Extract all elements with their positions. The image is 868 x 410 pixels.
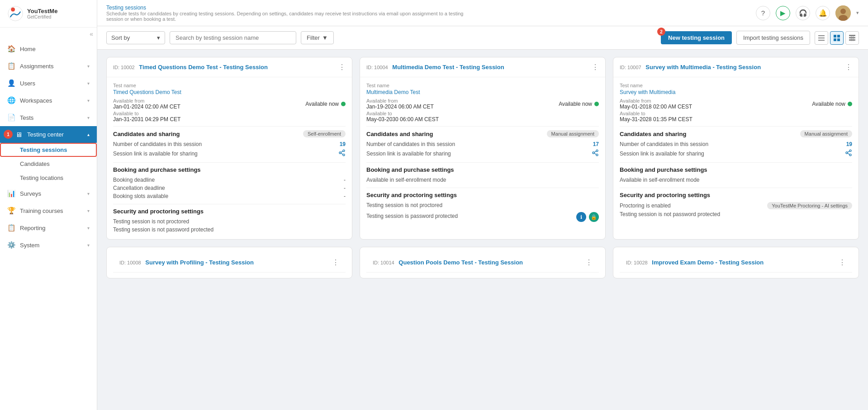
assignments-arrow: ▾: [87, 64, 90, 69]
collapse-button[interactable]: «: [90, 30, 93, 38]
assignments-icon: 📋: [7, 62, 15, 70]
bottom-card-2-title[interactable]: Question Pools Demo Test - Testing Sessi…: [398, 259, 523, 266]
bell-icon-button[interactable]: 🔔: [816, 6, 830, 20]
toolbar: Sort by ▾ Filter ▼ 2 New testing session…: [97, 26, 868, 50]
svg-point-22: [596, 150, 598, 151]
bottom-card-2-menu[interactable]: ⋮: [585, 258, 593, 267]
testing-session-card-2: ID: 10004 Multimedia Demo Test - Testing…: [360, 57, 606, 240]
avatar-dropdown[interactable]: ▾: [856, 10, 859, 16]
card-2-info-icon[interactable]: ℹ: [576, 212, 586, 222]
card-1-body: Test name Timed Questions Demo Test Avai…: [107, 77, 352, 239]
table-view-button[interactable]: [845, 31, 859, 45]
card-3-booking-note: Available in self-enrollment mode: [620, 176, 852, 184]
card-1-id: ID: 10002: [113, 65, 135, 70]
sidebar-item-testing-center[interactable]: 🖥 Testing center ▴: [0, 126, 97, 143]
grid-view-button[interactable]: [830, 31, 844, 45]
filter-button[interactable]: Filter ▼: [301, 31, 334, 44]
help-icon-button[interactable]: ?: [756, 6, 770, 20]
search-input[interactable]: [170, 31, 296, 44]
workspaces-icon: 🌐: [7, 96, 15, 104]
card-1-to-label: Available to: [113, 111, 346, 116]
headset-icon-button[interactable]: 🎧: [796, 6, 810, 20]
card-1-share-icon[interactable]: [338, 149, 346, 158]
bottom-card-3-menu[interactable]: ⋮: [839, 258, 846, 267]
card-2-candidates-count[interactable]: 17: [593, 141, 599, 147]
card-1-slots-val: -: [344, 193, 346, 199]
card-2-title[interactable]: Multimedia Demo Test - Testing Session: [392, 64, 504, 71]
sidebar-item-users[interactable]: 👤 Users ▾: [0, 75, 97, 92]
svg-rect-6: [818, 38, 825, 38]
card-2-to-label: Available to: [366, 111, 599, 116]
sidebar-item-training-courses[interactable]: 🏆 Training courses ▾: [0, 202, 97, 219]
sidebar-item-assignments[interactable]: 📋 Assignments ▾: [0, 57, 97, 75]
card-2-menu[interactable]: ⋮: [592, 63, 599, 71]
card-1-available-text: Available now: [305, 101, 339, 107]
svg-line-31: [848, 151, 850, 152]
list-view-button[interactable]: [815, 31, 828, 45]
card-3-proctoring-row: Proctoring is enabled YouTestMe Proctori…: [620, 201, 852, 210]
sidebar-item-surveys[interactable]: 📊 Surveys ▾: [0, 185, 97, 202]
card-1-proctoring: Testing session is not proctored: [113, 217, 346, 226]
card-3-menu[interactable]: ⋮: [845, 63, 852, 71]
sidebar-item-tests[interactable]: 📄 Tests ▾: [0, 109, 97, 126]
card-1-cancellation: Cancellation deadline -: [113, 184, 346, 192]
card-3-test-name-label: Test name: [620, 83, 852, 88]
system-arrow: ▾: [87, 243, 90, 248]
card-3-test-name[interactable]: Survey with Multimedia: [620, 89, 852, 95]
sidebar-item-reporting[interactable]: 📋 Reporting ▾: [0, 219, 97, 236]
bottom-card-1-menu[interactable]: ⋮: [332, 258, 339, 267]
sidebar-sub-testing-sessions[interactable]: Testing sessions: [0, 143, 97, 157]
svg-point-18: [339, 152, 341, 154]
card-3-share-icon[interactable]: [845, 149, 852, 158]
card-3-candidates-count[interactable]: 19: [846, 141, 852, 147]
card-3-to: May-31-2028 01:35 PM CEST: [620, 116, 852, 123]
card-2-lock-icon[interactable]: 🔒: [589, 212, 599, 222]
card-1-enrollment-badge: Self-enrollment: [303, 130, 346, 137]
play-icon-button[interactable]: ▶: [776, 6, 790, 20]
svg-point-19: [343, 154, 345, 156]
svg-line-20: [341, 153, 343, 155]
tests-arrow: ▾: [87, 115, 90, 120]
new-testing-session-button[interactable]: 2 New testing session: [661, 31, 732, 44]
bottom-card-3-title[interactable]: Improved Exam Demo - Testing Session: [652, 259, 764, 266]
import-testing-sessions-button[interactable]: Import testing sessions: [736, 31, 810, 45]
header-title-area: Testing sessions Schedule tests for cand…: [106, 5, 468, 22]
card-2-test-name-label: Test name: [366, 83, 599, 88]
sidebar-item-home[interactable]: 🏠 Home: [0, 40, 97, 57]
user-avatar[interactable]: [835, 5, 851, 21]
card-1-available-dot: [341, 102, 346, 106]
users-arrow: ▾: [87, 81, 90, 86]
card-1-title[interactable]: Timed Questions Demo Test - Testing Sess…: [139, 64, 268, 71]
svg-point-28: [846, 152, 848, 154]
card-2-booking-title: Booking and purchase settings: [366, 166, 599, 173]
card-1-security-title: Security and proctoring settings: [113, 208, 346, 215]
table-view-icon: [849, 35, 855, 41]
sidebar-item-training-courses-label: Training courses: [20, 207, 63, 214]
sort-dropdown[interactable]: Sort by ▾: [106, 31, 165, 44]
bottom-card-3-header: ID: 10028 Improved Exam Demo - Testing S…: [620, 253, 852, 273]
card-1-test-name[interactable]: Timed Questions Demo Test: [113, 89, 346, 95]
card-2-test-name[interactable]: Multimedia Demo Test: [366, 89, 599, 95]
breadcrumb[interactable]: Testing sessions: [106, 5, 468, 11]
bottom-card-1-title[interactable]: Survey with Profiling - Testing Session: [145, 259, 254, 266]
card-1-from-label: Available from: [113, 98, 180, 104]
card-2-to: May-03-2030 06:00 AM CEST: [366, 116, 599, 123]
sidebar-item-system[interactable]: ⚙️ System ▾: [0, 236, 97, 254]
card-1-menu[interactable]: ⋮: [338, 63, 346, 71]
card-2-share-icon[interactable]: [592, 149, 599, 158]
card-2-from-label: Available from: [366, 98, 434, 104]
card-1-divider-1: [113, 126, 346, 127]
sidebar-sub-candidates[interactable]: Candidates: [0, 157, 97, 171]
svg-line-26: [594, 151, 597, 152]
sidebar-sub-testing-locations[interactable]: Testing locations: [0, 171, 97, 185]
users-icon: 👤: [7, 79, 15, 87]
card-1-candidates-label: Number of candidates in this session: [113, 141, 202, 147]
card-1-divider-3: [113, 204, 346, 204]
main-area: Testing sessions Schedule tests for cand…: [97, 0, 868, 410]
sidebar-item-workspaces[interactable]: 🌐 Workspaces ▾: [0, 92, 97, 109]
card-3-title[interactable]: Survey with Multimedia - Testing Session: [645, 64, 761, 71]
card-1-candidates-count[interactable]: 19: [340, 141, 346, 147]
filter-label: Filter: [307, 34, 320, 41]
new-session-label: New testing session: [668, 34, 725, 41]
svg-rect-12: [849, 35, 855, 36]
